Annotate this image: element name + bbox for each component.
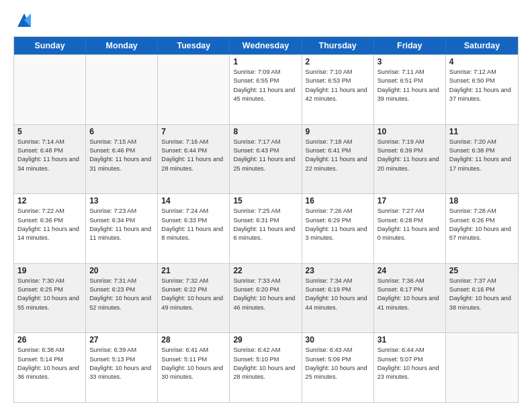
calendar-cell: 3Sunrise: 7:11 AM Sunset: 6:51 PM Daylig… (374, 55, 446, 124)
calendar-cell: 17Sunrise: 7:27 AM Sunset: 6:28 PM Dayli… (374, 194, 446, 263)
calendar: SundayMondayTuesdayWednesdayThursdayFrid… (13, 36, 519, 403)
cell-day-number: 21 (161, 266, 226, 275)
calendar-cell: 4Sunrise: 7:12 AM Sunset: 6:50 PM Daylig… (446, 55, 518, 124)
page: SundayMondayTuesdayWednesdayThursdayFrid… (0, 0, 532, 411)
cell-day-number: 20 (89, 266, 154, 275)
header-day-sunday: Sunday (14, 37, 86, 54)
cell-info: Sunrise: 7:34 AM Sunset: 6:19 PM Dayligh… (306, 277, 370, 312)
cell-info: Sunrise: 7:12 AM Sunset: 6:50 PM Dayligh… (449, 68, 515, 103)
calendar-cell (446, 333, 518, 402)
cell-day-number: 18 (449, 196, 515, 205)
calendar-row-3: 19Sunrise: 7:30 AM Sunset: 6:25 PM Dayli… (14, 263, 518, 333)
cell-day-number: 10 (378, 127, 442, 136)
calendar-header-row: SundayMondayTuesdayWednesdayThursdayFrid… (14, 37, 518, 54)
calendar-cell: 12Sunrise: 7:22 AM Sunset: 6:36 PM Dayli… (14, 194, 86, 263)
calendar-cell (158, 55, 230, 124)
calendar-row-1: 5Sunrise: 7:14 AM Sunset: 6:48 PM Daylig… (14, 124, 518, 194)
header-day-saturday: Saturday (446, 37, 518, 54)
cell-info: Sunrise: 7:28 AM Sunset: 6:26 PM Dayligh… (449, 207, 515, 242)
cell-info: Sunrise: 6:41 AM Sunset: 5:11 PM Dayligh… (161, 346, 226, 381)
cell-day-number: 25 (449, 266, 515, 275)
calendar-cell: 1Sunrise: 7:09 AM Sunset: 6:55 PM Daylig… (230, 55, 302, 124)
cell-day-number: 11 (449, 127, 515, 136)
cell-day-number: 7 (161, 127, 226, 136)
cell-info: Sunrise: 7:19 AM Sunset: 6:39 PM Dayligh… (378, 138, 442, 173)
calendar-row-0: 1Sunrise: 7:09 AM Sunset: 6:55 PM Daylig… (14, 54, 518, 124)
header-day-friday: Friday (374, 37, 446, 54)
calendar-cell: 27Sunrise: 6:39 AM Sunset: 5:13 PM Dayli… (86, 333, 158, 402)
cell-day-number: 15 (233, 196, 298, 205)
calendar-cell: 20Sunrise: 7:31 AM Sunset: 6:23 PM Dayli… (86, 264, 158, 333)
cell-day-number: 16 (306, 196, 370, 205)
cell-info: Sunrise: 7:20 AM Sunset: 6:38 PM Dayligh… (449, 138, 515, 173)
calendar-row-2: 12Sunrise: 7:22 AM Sunset: 6:36 PM Dayli… (14, 193, 518, 263)
cell-day-number: 30 (306, 335, 370, 345)
calendar-cell: 26Sunrise: 6:38 AM Sunset: 5:14 PM Dayli… (14, 333, 86, 402)
calendar-cell: 14Sunrise: 7:24 AM Sunset: 6:33 PM Dayli… (158, 194, 230, 263)
cell-day-number: 31 (378, 335, 442, 345)
cell-info: Sunrise: 7:37 AM Sunset: 6:16 PM Dayligh… (449, 277, 515, 312)
cell-day-number: 26 (17, 335, 82, 345)
calendar-cell: 25Sunrise: 7:37 AM Sunset: 6:16 PM Dayli… (446, 264, 518, 333)
calendar-cell: 2Sunrise: 7:10 AM Sunset: 6:53 PM Daylig… (302, 55, 374, 124)
calendar-cell: 15Sunrise: 7:25 AM Sunset: 6:31 PM Dayli… (230, 194, 302, 263)
cell-info: Sunrise: 7:15 AM Sunset: 6:46 PM Dayligh… (89, 138, 154, 173)
calendar-cell: 30Sunrise: 6:43 AM Sunset: 5:09 PM Dayli… (302, 333, 374, 402)
calendar-cell: 9Sunrise: 7:18 AM Sunset: 6:41 PM Daylig… (302, 125, 374, 194)
calendar-cell: 16Sunrise: 7:26 AM Sunset: 6:29 PM Dayli… (302, 194, 374, 263)
cell-info: Sunrise: 7:09 AM Sunset: 6:55 PM Dayligh… (233, 68, 298, 103)
cell-info: Sunrise: 7:17 AM Sunset: 6:43 PM Dayligh… (233, 138, 298, 173)
header-day-wednesday: Wednesday (230, 37, 302, 54)
cell-day-number: 13 (89, 196, 154, 205)
cell-info: Sunrise: 7:27 AM Sunset: 6:28 PM Dayligh… (378, 207, 442, 242)
header-day-thursday: Thursday (302, 37, 374, 54)
cell-info: Sunrise: 7:18 AM Sunset: 6:41 PM Dayligh… (306, 138, 370, 173)
calendar-cell: 28Sunrise: 6:41 AM Sunset: 5:11 PM Dayli… (158, 333, 230, 402)
cell-info: Sunrise: 6:39 AM Sunset: 5:13 PM Dayligh… (89, 346, 154, 381)
cell-info: Sunrise: 7:23 AM Sunset: 6:34 PM Dayligh… (89, 207, 154, 242)
calendar-cell: 24Sunrise: 7:36 AM Sunset: 6:17 PM Dayli… (374, 264, 446, 333)
cell-day-number: 2 (306, 57, 370, 66)
calendar-cell: 19Sunrise: 7:30 AM Sunset: 6:25 PM Dayli… (14, 264, 86, 333)
logo-area (13, 11, 34, 30)
cell-info: Sunrise: 7:26 AM Sunset: 6:29 PM Dayligh… (306, 207, 370, 242)
cell-day-number: 1 (233, 57, 298, 66)
cell-info: Sunrise: 7:25 AM Sunset: 6:31 PM Dayligh… (233, 207, 298, 242)
cell-info: Sunrise: 7:36 AM Sunset: 6:17 PM Dayligh… (378, 277, 442, 312)
calendar-cell: 18Sunrise: 7:28 AM Sunset: 6:26 PM Dayli… (446, 194, 518, 263)
cell-day-number: 3 (378, 57, 442, 66)
header-day-monday: Monday (86, 37, 158, 54)
cell-day-number: 14 (161, 196, 226, 205)
cell-day-number: 23 (306, 266, 370, 275)
cell-day-number: 9 (306, 127, 370, 136)
calendar-cell: 29Sunrise: 6:42 AM Sunset: 5:10 PM Dayli… (230, 333, 302, 402)
cell-info: Sunrise: 7:24 AM Sunset: 6:33 PM Dayligh… (161, 207, 226, 242)
calendar-row-4: 26Sunrise: 6:38 AM Sunset: 5:14 PM Dayli… (14, 332, 518, 402)
calendar-cell: 5Sunrise: 7:14 AM Sunset: 6:48 PM Daylig… (14, 125, 86, 194)
cell-day-number: 22 (233, 266, 298, 275)
cell-day-number: 4 (449, 57, 515, 66)
cell-info: Sunrise: 7:31 AM Sunset: 6:23 PM Dayligh… (89, 277, 154, 312)
logo-text (13, 11, 34, 30)
calendar-cell: 10Sunrise: 7:19 AM Sunset: 6:39 PM Dayli… (374, 125, 446, 194)
header-day-tuesday: Tuesday (158, 37, 230, 54)
cell-info: Sunrise: 6:38 AM Sunset: 5:14 PM Dayligh… (17, 346, 82, 381)
cell-info: Sunrise: 7:33 AM Sunset: 6:20 PM Dayligh… (233, 277, 298, 312)
cell-info: Sunrise: 7:16 AM Sunset: 6:44 PM Dayligh… (161, 138, 226, 173)
cell-day-number: 5 (17, 127, 82, 136)
cell-info: Sunrise: 7:30 AM Sunset: 6:25 PM Dayligh… (17, 277, 82, 312)
cell-info: Sunrise: 6:44 AM Sunset: 5:07 PM Dayligh… (378, 346, 442, 381)
cell-day-number: 8 (233, 127, 298, 136)
calendar-cell: 11Sunrise: 7:20 AM Sunset: 6:38 PM Dayli… (446, 125, 518, 194)
cell-day-number: 28 (161, 335, 226, 345)
calendar-cell: 31Sunrise: 6:44 AM Sunset: 5:07 PM Dayli… (374, 333, 446, 402)
cell-day-number: 6 (89, 127, 154, 136)
cell-info: Sunrise: 7:10 AM Sunset: 6:53 PM Dayligh… (306, 68, 370, 103)
header (13, 11, 519, 30)
cell-day-number: 29 (233, 335, 298, 345)
cell-info: Sunrise: 7:22 AM Sunset: 6:36 PM Dayligh… (17, 207, 82, 242)
logo-icon (15, 11, 34, 30)
cell-day-number: 12 (17, 196, 82, 205)
cell-day-number: 17 (378, 196, 442, 205)
calendar-body: 1Sunrise: 7:09 AM Sunset: 6:55 PM Daylig… (14, 54, 518, 402)
